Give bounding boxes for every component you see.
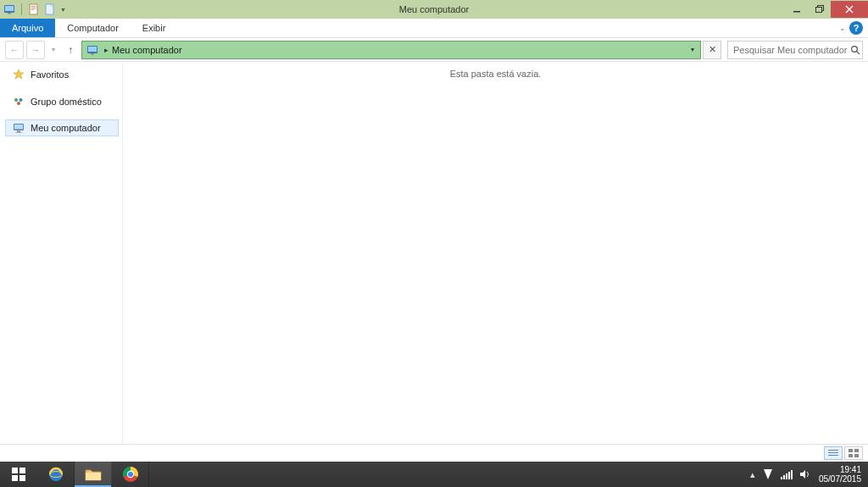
svg-point-16 (14, 98, 18, 102)
navigation-pane: Favoritos Grupo doméstico Meu computador (0, 62, 123, 444)
svg-rect-26 (849, 449, 853, 452)
new-folder-icon[interactable] (43, 3, 57, 16)
forward-button[interactable]: → (26, 41, 45, 59)
svg-rect-2 (8, 13, 11, 14)
svg-rect-22 (16, 132, 22, 133)
address-bar[interactable]: ▸ Meu computador ▾ (81, 41, 701, 59)
restore-button[interactable] (808, 1, 831, 18)
svg-rect-4 (31, 6, 36, 7)
network-icon[interactable] (781, 470, 793, 479)
tray-icons: ▴ (750, 468, 810, 480)
star-icon (12, 68, 25, 81)
refresh-button[interactable]: ✕ (703, 41, 721, 59)
homegroup-icon (12, 95, 25, 108)
window-title: Meu computador (0, 4, 868, 14)
properties-icon[interactable] (27, 3, 41, 16)
tab-file[interactable]: Arquivo (0, 19, 55, 37)
svg-rect-24 (828, 452, 838, 453)
svg-rect-28 (849, 454, 853, 457)
history-dropdown[interactable]: ▾ (47, 41, 59, 59)
tab-view[interactable]: Exibir (131, 19, 178, 37)
svg-point-17 (19, 98, 23, 102)
svg-point-18 (17, 102, 20, 105)
svg-rect-27 (854, 449, 859, 452)
empty-folder-message: Esta pasta está vazia. (450, 69, 542, 79)
computer-icon (12, 121, 25, 135)
svg-rect-43 (788, 472, 790, 479)
app-icon (3, 3, 16, 16)
sidebar-item-label: Favoritos (31, 69, 69, 80)
svg-rect-12 (88, 47, 97, 52)
title-bar: ▼ Meu computador (0, 0, 868, 19)
status-bar (0, 444, 868, 462)
search-box[interactable] (727, 41, 863, 59)
explorer-body: Favoritos Grupo doméstico Meu computador… (0, 62, 868, 444)
svg-rect-25 (828, 455, 838, 456)
sidebar-item-computer[interactable]: Meu computador (5, 119, 119, 136)
sidebar-item-label: Grupo doméstico (31, 97, 102, 107)
taskbar-app-explorer[interactable] (75, 462, 112, 487)
separator (21, 3, 22, 15)
svg-rect-31 (19, 468, 25, 473)
clock-date: 05/07/2015 (819, 474, 861, 484)
sidebar-item-favorites[interactable]: Favoritos (0, 65, 122, 84)
help-icon[interactable]: ? (849, 21, 863, 35)
search-icon (850, 45, 860, 55)
svg-rect-42 (786, 473, 787, 479)
svg-rect-30 (12, 468, 18, 473)
svg-rect-8 (793, 11, 800, 13)
taskbar: ▴ 19:41 05/07/2015 (0, 462, 868, 487)
ribbon-tabs: Arquivo Computador Exibir ⌄ ? (0, 19, 868, 38)
action-center-icon[interactable] (762, 468, 774, 480)
start-button[interactable] (0, 462, 37, 487)
view-details-button[interactable] (824, 446, 843, 460)
back-button[interactable]: ← (5, 41, 24, 59)
address-dropdown-icon[interactable]: ▾ (688, 46, 697, 53)
quick-access-toolbar: ▼ (0, 3, 66, 16)
svg-line-15 (857, 51, 860, 53)
taskbar-app-chrome[interactable] (112, 462, 149, 487)
taskbar-app-ie[interactable] (37, 462, 75, 487)
svg-point-39 (127, 472, 132, 477)
svg-rect-36 (86, 473, 101, 480)
ribbon-right: ⌄ ? (839, 19, 868, 37)
location-icon (86, 43, 99, 57)
taskbar-clock[interactable]: 19:41 05/07/2015 (819, 465, 861, 484)
svg-rect-33 (19, 475, 25, 481)
svg-rect-32 (12, 475, 18, 481)
svg-rect-21 (17, 131, 20, 133)
svg-rect-29 (854, 454, 859, 457)
tab-computer[interactable]: Computador (55, 19, 131, 37)
clock-time: 19:41 (819, 465, 861, 475)
svg-rect-41 (783, 475, 785, 479)
navigation-bar: ← → ▾ ↑ ▸ Meu computador ▾ ✕ (0, 38, 868, 62)
svg-rect-40 (781, 477, 782, 479)
svg-rect-5 (31, 8, 36, 8)
content-pane: Esta pasta está vazia. (123, 62, 868, 444)
svg-rect-44 (791, 470, 793, 479)
volume-icon[interactable] (799, 469, 810, 479)
breadcrumb-item[interactable]: Meu computador (112, 45, 182, 55)
tray-overflow-icon[interactable]: ▴ (750, 469, 755, 480)
svg-rect-10 (815, 8, 821, 13)
svg-rect-20 (14, 125, 23, 130)
sidebar-item-label: Meu computador (31, 123, 101, 133)
svg-point-14 (852, 46, 858, 52)
close-button[interactable] (831, 1, 868, 18)
svg-rect-23 (828, 450, 838, 451)
system-tray: ▴ 19:41 05/07/2015 (750, 462, 868, 487)
svg-rect-1 (5, 6, 14, 11)
qat-dropdown-icon[interactable]: ▼ (60, 7, 66, 13)
minimize-button[interactable] (785, 1, 808, 18)
view-thumbnails-button[interactable] (844, 446, 863, 460)
breadcrumb-separator-icon: ▸ (104, 46, 108, 54)
svg-rect-13 (91, 53, 94, 55)
sidebar-item-homegroup[interactable]: Grupo doméstico (0, 92, 122, 111)
svg-rect-6 (31, 9, 35, 10)
expand-ribbon-icon[interactable]: ⌄ (839, 24, 846, 32)
window-controls (785, 1, 868, 18)
search-input[interactable] (733, 45, 850, 55)
up-button[interactable]: ↑ (62, 42, 79, 58)
